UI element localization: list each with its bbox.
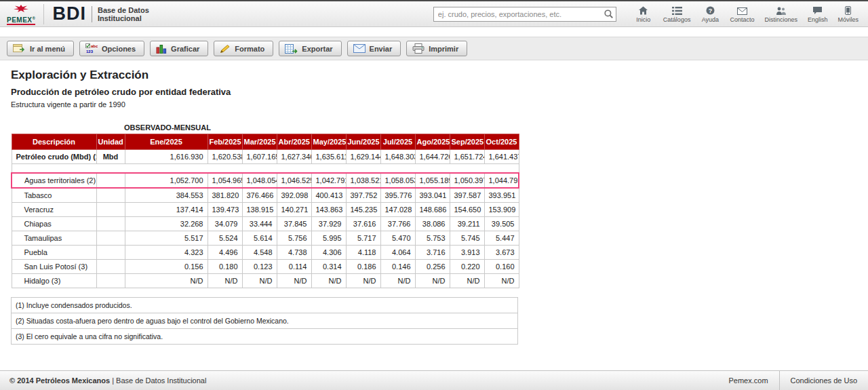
toolbar-button-exportar[interactable]: Exportar (279, 41, 341, 56)
app-name-line1: Base de Datos (98, 6, 149, 14)
cell-value: 4.118 (346, 245, 380, 259)
cell-value: 1,607.165 (242, 150, 277, 164)
nav-item-moviles[interactable]: Móviles (837, 5, 859, 23)
toolbar-button-label: Opciones (102, 45, 136, 53)
cell-value: 1,038.521 (346, 173, 380, 188)
app-abbr: BDI (52, 5, 86, 23)
pemex-logo-text: PEMEX® (7, 15, 35, 25)
table-row-hidalgo-3[interactable]: Hidalgo (3)N/DN/DN/DN/DN/DN/DN/DN/DN/DN/… (12, 273, 519, 288)
cell-value: 392.098 (277, 188, 311, 203)
toolbar-button-label: Formato (235, 45, 264, 53)
spacer-row (12, 164, 519, 173)
cell-value: 0.156 (125, 259, 208, 273)
cell-value: 5.447 (484, 231, 519, 245)
content-area: Exploración y Extracción Producción de p… (0, 60, 868, 345)
cell-value: 1,046.525 (277, 173, 311, 188)
cell-value: N/D (208, 273, 242, 288)
cell-unit (96, 245, 125, 259)
cell-value: 397.752 (346, 188, 380, 203)
cell-value: N/D (277, 273, 311, 288)
cell-value: 5.756 (277, 231, 311, 245)
cell-value: 1,052.700 (125, 173, 208, 188)
table-row-petroleo-crudo-mbd-1[interactable]: Petróleo crudo (Mbd) (1)Mbd1,616.9301,62… (12, 150, 519, 164)
cell-value: 1,651.724 (450, 150, 484, 164)
cell-value: 4.738 (277, 245, 311, 259)
column-header-oct-2025: Oct/2025 (484, 134, 519, 150)
table-row-tamaulipas[interactable]: Tamaulipas5.5175.5245.6145.7565.9955.717… (12, 231, 519, 245)
cell-value: 4.548 (242, 245, 277, 259)
cell-value: 138.915 (242, 202, 277, 216)
toolbar-button-imprimir[interactable]: Imprimir (406, 41, 467, 56)
toolbar-button-enviar[interactable]: Enviar (347, 41, 401, 56)
cell-value: 376.466 (242, 188, 277, 203)
cell-value: 38.086 (415, 216, 450, 231)
pemex-logo[interactable]: PEMEX® (7, 3, 35, 25)
nav-item-catalogos[interactable]: Catálogos (663, 5, 691, 23)
spacer-cell (125, 164, 208, 173)
nav-item-label: Contacto (730, 16, 754, 23)
app-logo[interactable]: BDI Base de Datos Institucional (43, 4, 149, 24)
cell-value: 143.863 (311, 202, 346, 216)
search-input[interactable] (433, 7, 616, 22)
toolbar-button-ir-al-menu[interactable]: Ir al menú (7, 41, 74, 56)
toolbar-button-label: Imprimir (429, 45, 458, 53)
cell-value: 1,620.538 (208, 150, 242, 164)
cell-unit (96, 273, 125, 288)
table-row-veracruz[interactable]: Veracruz137.414139.473138.915140.271143.… (12, 202, 519, 216)
chart-icon (156, 44, 167, 54)
toolbar-button-formato[interactable]: Formato (214, 41, 273, 56)
cell-value: 1,629.144 (346, 150, 380, 164)
cell-value: 37.616 (346, 216, 380, 231)
nav-item-distinciones[interactable]: Distinciones (764, 5, 797, 23)
nav-item-contacto[interactable]: Contacto (730, 5, 754, 23)
table-row-san-luis-potosi-3[interactable]: San Luis Potosí (3)0.1560.1800.1230.1140… (12, 259, 519, 273)
nav-item-label: Ayuda (702, 16, 719, 23)
cell-value: 4.496 (208, 245, 242, 259)
cell-value: 0.186 (346, 259, 380, 273)
footer-link-condiciones-de-uso[interactable]: Condiciones de Uso (779, 371, 868, 390)
cell-description: Tamaulipas (12, 231, 96, 245)
cell-value: 37.766 (380, 216, 415, 231)
cell-value: 0.123 (242, 259, 277, 273)
cell-value: 1,054.965 (208, 173, 242, 188)
cell-description: Aguas territoriales (2) (12, 173, 96, 188)
cell-value: 4.306 (311, 245, 346, 259)
cell-value: 384.553 (125, 188, 208, 203)
column-header-ene-2025: Ene/2025 (125, 134, 208, 150)
column-header-descripcion: Descripción (12, 134, 96, 150)
nav-item-label: Distinciones (764, 16, 797, 23)
spacer-cell (208, 164, 242, 173)
nav-item-label: English (808, 16, 828, 23)
toolbar-button-opciones[interactable]: abc123Opciones (79, 41, 144, 56)
table-row-puebla[interactable]: Puebla4.3234.4964.5484.7384.3064.1184.06… (12, 245, 519, 259)
table-row-tabasco[interactable]: Tabasco384.553381.820376.466392.098400.4… (12, 188, 519, 203)
cell-description: Hidalgo (3) (12, 273, 96, 288)
cell-value: N/D (125, 273, 208, 288)
table-row-aguas-territoriales-2[interactable]: Aguas territoriales (2)1,052.7001,054.96… (12, 173, 519, 188)
column-header-abr-2025: Abr/2025 (277, 134, 311, 150)
nav-item-ayuda[interactable]: ?Ayuda (701, 5, 719, 23)
cell-unit (96, 202, 125, 216)
pemex-logo-word: PEMEX (7, 16, 33, 24)
table-group-header: OBSERVADO-MENSUAL (124, 123, 857, 132)
search-icon[interactable] (604, 9, 613, 18)
pemex-eagle-icon (11, 3, 31, 15)
export-icon (285, 44, 298, 54)
pemex-logo-reg: ® (33, 16, 36, 20)
cell-value: 5.745 (450, 231, 484, 245)
toolbar-button-label: Exportar (302, 45, 332, 53)
cell-unit (96, 173, 125, 188)
cell-value: 381.820 (208, 188, 242, 203)
cell-value: 139.473 (208, 202, 242, 216)
nav-item-inicio[interactable]: Inicio (634, 5, 653, 23)
nav-item-english[interactable]: English (808, 5, 828, 23)
cell-value: N/D (242, 273, 277, 288)
toolbar-button-graficar[interactable]: Graficar (150, 41, 208, 56)
options-icon: abc123 (85, 43, 98, 54)
cell-value: 0.314 (311, 259, 346, 273)
cell-value: 1,635.611 (311, 150, 346, 164)
footer-link-pemex-com[interactable]: Pemex.com (717, 371, 778, 390)
footer: © 2014 Petróleos Mexicanos | Base de Dat… (0, 370, 868, 390)
table-row-chiapas[interactable]: Chiapas32.26834.07933.44437.84537.92937.… (12, 216, 519, 231)
footnote: (3) El cero equivale a una cifra no sign… (12, 329, 517, 344)
